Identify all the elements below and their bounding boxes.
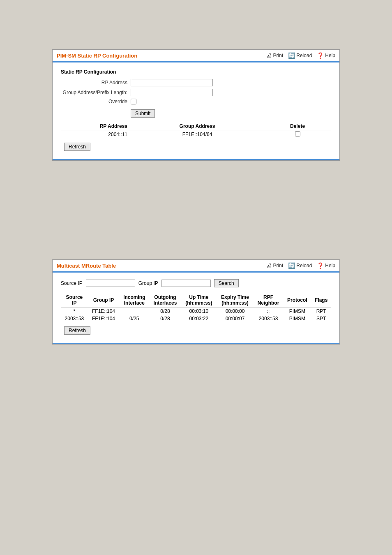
mroute-incoming — [119, 308, 149, 315]
mroute-table: SourceIP Group IP IncomingInterface Outg… — [61, 293, 331, 322]
col-delete: Delete — [264, 123, 331, 130]
mroute-outgoing: 0/28 — [149, 315, 181, 322]
mroute-col-source-ip: SourceIP — [61, 293, 88, 308]
help-icon: ❓ — [317, 52, 324, 59]
mroute-group-ip: FF1E::104 — [88, 315, 119, 322]
rp-address-label: RP Address — [61, 80, 131, 86]
section-title: Static RP Configuration — [61, 69, 331, 75]
mroute-incoming: 0/25 — [119, 315, 149, 322]
rp-address-input[interactable] — [131, 79, 213, 86]
mroute-col-outgoing: OutgoingInterfaces — [149, 293, 181, 308]
mroute-col-incoming: IncomingInterface — [119, 293, 149, 308]
mroute-print-icon: 🖨 — [266, 262, 272, 269]
col-rp-address: RP Address — [61, 123, 131, 130]
override-label: Override — [61, 99, 131, 104]
group-address-row: Group Address/Prefix Length: — [61, 89, 331, 96]
mroute-table-row: * FF1E::104 0/28 00:03:10 00:00:00 :: PI… — [61, 308, 331, 315]
mroute-print-action[interactable]: 🖨 Print — [266, 262, 284, 269]
group-ip-label: Group IP — [138, 280, 158, 286]
mroute-col-expiry: Expiry Time(hh:mm:ss) — [217, 293, 254, 308]
source-ip-label: Source IP — [61, 280, 83, 286]
mroute-uptime: 00:03:10 — [181, 308, 217, 315]
mroute-protocol: PIMSM — [283, 315, 311, 322]
delete-cell — [264, 130, 331, 139]
submit-row: Submit — [131, 109, 331, 118]
rp-address-row: RP Address — [61, 79, 331, 86]
search-bar: Source IP Group IP Search — [61, 279, 331, 287]
mroute-reload-action[interactable]: 🔄 Reload — [288, 262, 312, 269]
mroute-col-flags: Flags — [311, 293, 331, 308]
mroute-col-group-ip: Group IP — [88, 293, 119, 308]
pimsm-panel-body: Static RP Configuration RP Address Group… — [53, 62, 339, 160]
mroute-panel-actions: 🖨 Print 🔄 Reload ❓ Help — [266, 262, 335, 269]
pimsm-panel-header: PIM-SM Static RP Configuration 🖨 Print 🔄… — [53, 50, 339, 62]
group-address-input[interactable] — [131, 89, 213, 96]
reload-label: Reload — [296, 53, 312, 58]
mroute-col-rpf: RPFNeighbor — [254, 293, 284, 308]
reload-action[interactable]: 🔄 Reload — [288, 52, 312, 59]
mroute-help-action[interactable]: ❓ Help — [317, 262, 335, 269]
mroute-help-icon: ❓ — [317, 262, 324, 269]
rp-addr-cell: 2004::11 — [61, 130, 131, 139]
help-action[interactable]: ❓ Help — [317, 52, 335, 59]
mroute-col-uptime: Up Time(hh:mm:ss) — [181, 293, 217, 308]
mroute-source-ip: * — [61, 308, 88, 315]
print-icon: 🖨 — [266, 52, 272, 59]
mroute-rpf: :: — [254, 308, 284, 315]
mroute-panel: Multicast MRoute Table 🖨 Print 🔄 Reload … — [52, 259, 340, 345]
mroute-outgoing: 0/28 — [149, 308, 181, 315]
group-addr-cell: FF1E::104/64 — [131, 130, 264, 139]
group-address-label: Group Address/Prefix Length: — [61, 90, 131, 95]
override-checkbox[interactable] — [131, 99, 136, 104]
mroute-panel-title: Multicast MRoute Table — [57, 263, 116, 269]
group-ip-input[interactable] — [161, 280, 211, 287]
mroute-flags: SPT — [311, 315, 331, 322]
col-group-address: Group Address — [131, 123, 264, 130]
mroute-rpf: 2003::53 — [254, 315, 284, 322]
pimsm-panel-actions: 🖨 Print 🔄 Reload ❓ Help — [266, 52, 335, 59]
delete-checkbox[interactable] — [295, 131, 300, 136]
mroute-table-row: 2003::53 FF1E::104 0/25 0/28 00:03:22 00… — [61, 315, 331, 322]
mroute-header-row: SourceIP Group IP IncomingInterface Outg… — [61, 293, 331, 308]
rp-table: RP Address Group Address Delete 2004::11… — [61, 123, 331, 139]
search-button[interactable]: Search — [214, 279, 239, 287]
mroute-col-protocol: Protocol — [283, 293, 311, 308]
mroute-flags: RPT — [311, 308, 331, 315]
mroute-uptime: 00:03:22 — [181, 315, 217, 322]
mroute-group-ip: FF1E::104 — [88, 308, 119, 315]
mroute-source-ip: 2003::53 — [61, 315, 88, 322]
submit-button[interactable]: Submit — [131, 109, 155, 118]
mroute-panel-body: Source IP Group IP Search SourceIP Group… — [53, 273, 339, 344]
help-label: Help — [325, 53, 335, 58]
pimsm-refresh-button[interactable]: Refresh — [64, 143, 90, 151]
mroute-refresh-row: Refresh — [64, 326, 331, 335]
pimsm-panel: PIM-SM Static RP Configuration 🖨 Print 🔄… — [52, 49, 340, 161]
print-action[interactable]: 🖨 Print — [266, 52, 284, 59]
mroute-expiry: 00:00:00 — [217, 308, 254, 315]
reload-icon: 🔄 — [288, 52, 295, 59]
mroute-protocol: PIMSM — [283, 308, 311, 315]
mroute-reload-label: Reload — [296, 263, 312, 268]
mroute-expiry: 00:00:07 — [217, 315, 254, 322]
pimsm-panel-title: PIM-SM Static RP Configuration — [57, 53, 137, 59]
pimsm-refresh-row: Refresh — [64, 143, 331, 151]
rp-table-header-row: RP Address Group Address Delete — [61, 123, 331, 130]
mroute-print-label: Print — [273, 263, 284, 268]
override-row: Override — [61, 99, 331, 104]
mroute-reload-icon: 🔄 — [288, 262, 295, 269]
mroute-help-label: Help — [325, 263, 335, 268]
mroute-refresh-button[interactable]: Refresh — [64, 326, 90, 335]
mroute-panel-header: Multicast MRoute Table 🖨 Print 🔄 Reload … — [53, 260, 339, 273]
rp-table-row: 2004::11 FF1E::104/64 — [61, 130, 331, 139]
print-label: Print — [273, 53, 284, 58]
source-ip-input[interactable] — [86, 280, 135, 287]
